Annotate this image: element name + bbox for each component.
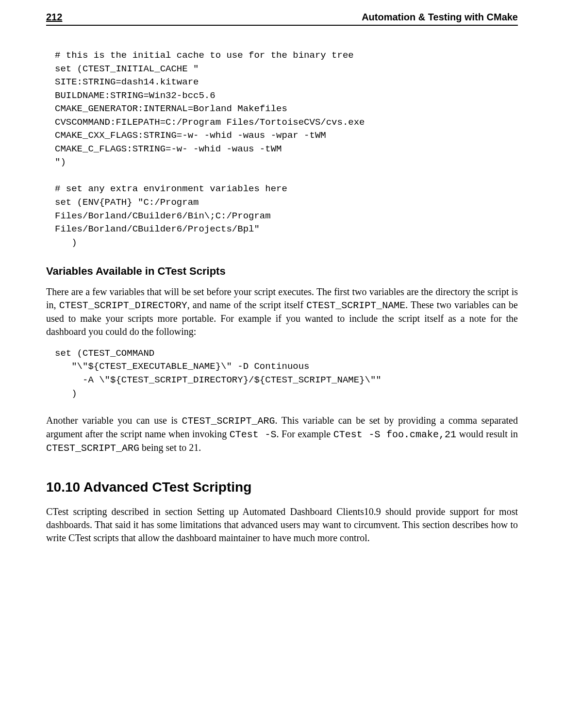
subsection-heading: Variables Available in CTest Scripts xyxy=(46,264,518,279)
header-title: Automation & Testing with CMake xyxy=(362,11,518,24)
text: would result in xyxy=(456,429,518,439)
inline-code: CTest -S foo.cmake,21 xyxy=(333,429,456,440)
running-header: 212 Automation & Testing with CMake xyxy=(46,11,518,26)
text: Another variable you can use is xyxy=(46,415,182,426)
content: # this is the initial cache to use for t… xyxy=(46,49,518,545)
page: 212 Automation & Testing with CMake # th… xyxy=(0,0,564,728)
section-heading: 10.10 Advanced CTest Scripting xyxy=(46,478,518,496)
code-block-ctest-command: set (CTEST_COMMAND "\"${CTEST_EXECUTABLE… xyxy=(46,347,518,400)
paragraph-variables-intro: There are a few variables that will be s… xyxy=(46,285,518,338)
inline-code: CTEST_SCRIPT_ARG xyxy=(182,415,275,427)
inline-code: CTEST_SCRIPT_NAME xyxy=(306,300,405,311)
page-number: 212 xyxy=(46,11,62,24)
text: being set to 21. xyxy=(139,442,201,453)
paragraph-advanced-intro: CTest scripting described in section Set… xyxy=(46,505,518,545)
inline-code: CTEST_SCRIPT_ARG xyxy=(46,443,139,454)
text: . For example xyxy=(276,429,333,439)
paragraph-script-arg: Another variable you can use is CTEST_SC… xyxy=(46,414,518,455)
inline-code: CTest -S xyxy=(230,429,277,440)
code-block-initial-cache: # this is the initial cache to use for t… xyxy=(46,49,518,249)
text: , and name of the script itself xyxy=(187,299,306,310)
inline-code: CTEST_SCRIPT_DIRECTORY xyxy=(59,300,187,311)
